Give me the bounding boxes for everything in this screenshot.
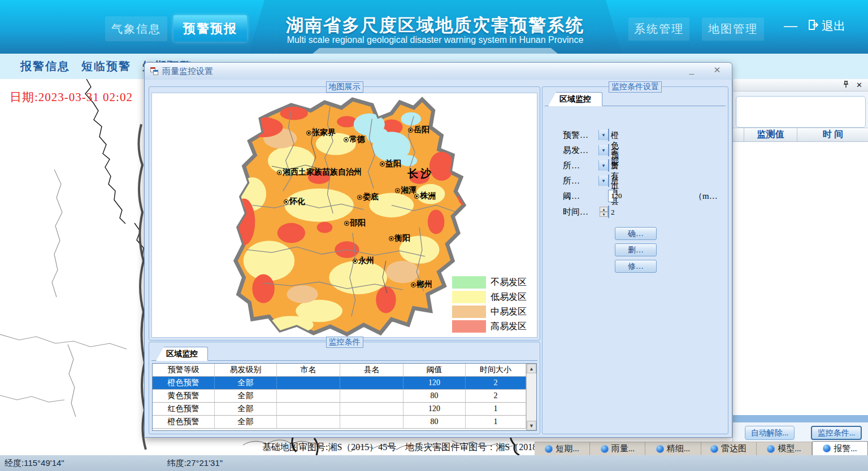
pin-icon[interactable] [843,81,849,89]
column-header: 易发级别 [215,364,277,376]
scroll-down-icon[interactable]: ▼ [527,421,536,430]
table-cell: 80 [403,416,466,428]
chevron-down-icon[interactable]: ▼ [598,145,608,155]
table-row[interactable]: 橙色预警全部801 [153,416,526,429]
monitor-settings-group: 监控条件设置 区域监控 预警… 橙色预警 ▼ 易发… 全部 ▼ [542,86,728,434]
workspace: 日期:2023-03-31 02:02 基础地图审图号:湘S（2015）45号 … [0,79,868,455]
bottom-tab-3[interactable]: 雷达图 [701,442,757,455]
bottom-tab-label: 雷达图 [721,443,747,454]
tab-region-monitor-settings[interactable]: 区域监控 [548,92,602,106]
nav-map-management[interactable]: 地图管理 [702,18,764,41]
city-label: 所… [563,160,580,171]
nav-warning-forecast[interactable]: 预警预报 [173,15,247,42]
legend-row: 高易发区 [452,320,527,333]
spinner-up-icon[interactable]: ▲ [600,207,608,212]
bottom-tab-2[interactable]: 精细... [645,442,701,455]
right-dock-panel: ✕ 监测值 时 间 自动解除... 监控条件... [732,79,868,455]
city-marker-icon [414,194,419,199]
county-select[interactable]: 所有县 ▼ [608,175,609,187]
column-header: 时间大小 [466,364,526,376]
table-cell: 全部 [215,416,277,428]
longitude-readout: 经度:115°49'14" [5,458,64,469]
city-select[interactable]: 所有市 ▼ [608,159,609,172]
threshold-unit-label: （m… [694,191,718,202]
bottom-tab-5[interactable]: 报警... [812,441,868,455]
city-name: 邵阳 [350,218,366,228]
tab-strip-line [151,360,537,361]
table-row[interactable]: 橙色预警全部1202 [153,377,526,390]
table-cell [340,403,403,415]
bottom-tab-4[interactable]: 模型... [757,442,812,455]
table-cell: 1 [466,416,526,428]
rainfall-monitor-dialog: 雨量监控设置 _ ✕ 地图展示 [144,62,732,438]
time-size-label: 时间… [563,207,588,217]
tab-region-monitor[interactable]: 区域监控 [156,347,208,361]
legend-swatch [452,306,486,318]
modify-button[interactable]: 修… [615,260,657,273]
dialog-minimize-button[interactable]: _ [684,65,699,77]
city-marker-icon [389,236,394,241]
susceptibility-select[interactable]: 全部 ▼ [608,144,609,156]
monitor-condition-button[interactable]: 监控条件... [811,426,862,440]
chevron-down-icon[interactable]: ▼ [598,160,608,171]
spinner-down-icon[interactable]: ▼ [600,212,608,217]
map-city-label: 郴州 [411,280,432,290]
dialog-titlebar[interactable]: 雨量监控设置 [145,63,732,80]
city-marker-icon [411,282,416,287]
scroll-up-icon[interactable]: ▲ [527,364,536,373]
legend-label: 不易发区 [491,277,527,289]
table-cell: 全部 [215,390,277,402]
city-name: 湘西土家族苗族自治州 [283,167,362,177]
delete-button[interactable]: 删… [615,243,657,256]
table-scrollbar[interactable]: ▲ ▼ [526,364,536,430]
table-cell [277,390,340,402]
legend-row: 中易发区 [452,306,527,318]
table-cell [340,416,403,428]
nav-weather-info[interactable]: 气象信息 [105,16,167,41]
subnav-item-0[interactable]: 报警信息 [20,59,70,74]
legend-label: 中易发区 [491,306,527,318]
warning-level-label: 预警… [563,130,588,141]
threshold-label: 阈… [563,191,580,202]
settings-group-label: 监控条件设置 [609,81,662,93]
bottom-tab-1[interactable]: 雨量... [590,442,645,455]
dock-close-icon[interactable]: ✕ [856,81,862,89]
dialog-close-button[interactable]: ✕ [710,65,724,77]
chevron-down-icon[interactable]: ▼ [598,176,608,186]
legend-label: 低易发区 [491,291,527,303]
app-header: 湖南省多尺度区域地质灾害预警系统 Multi scale regional ge… [0,0,868,54]
time-size-stepper[interactable]: 2 ▲ ▼ [608,206,609,218]
table-cell [340,390,403,402]
exit-button[interactable]: 退出 [807,17,845,35]
app-subtitle: Multi scale regional geological disaster… [249,35,622,45]
map-city-label: 株洲 [414,191,436,201]
app-title: 湖南省多尺度区域地质灾害预警系统 [249,14,622,37]
monitor-table-body [733,142,868,415]
warning-level-select[interactable]: 橙色预警 ▼ [608,129,609,141]
window-minimize-button[interactable]: — [782,17,799,34]
bottom-tab-label: 模型... [778,443,801,454]
susceptibility-label: 易发… [563,145,588,156]
legend-row: 不易发区 [452,276,527,289]
table-row[interactable]: 红色预警全部1201 [153,403,526,416]
map-city-label: 永州 [353,256,374,266]
table-row[interactable]: 黄色预警全部802 [153,390,526,403]
column-header: 市名 [277,364,340,376]
city-name: 岳阳 [414,125,429,135]
table-header-row: 预警等级易发级别市名县名阈值时间大小 [153,364,526,377]
auto-release-button[interactable]: 自动解除... [745,426,795,440]
table-cell: 红色预警 [153,403,215,415]
chevron-down-icon[interactable]: ▼ [598,130,608,140]
nav-system-management[interactable]: 系统管理 [628,18,689,41]
threshold-input[interactable]: 120 [608,190,614,202]
time-size-value: 2 [611,208,615,217]
city-name: 永州 [358,256,374,266]
subnav-item-1[interactable]: 短临预警 [81,59,131,74]
bottom-tab-0[interactable]: 短期... [535,442,590,455]
map-city-label: 娄底 [357,192,379,202]
hunan-risk-map[interactable]: 张家界常德岳阳益阳长沙湘西土家族苗族自治州怀化娄底湘潭株洲邵阳衡阳永州郴州 不易… [151,93,537,338]
dock-info-box [736,96,866,128]
dock-divider-strip [733,415,868,422]
confirm-button[interactable]: 确… [615,227,657,240]
monitor-condition-group: 监控条件 区域监控 预警等级易发级别市名县名阈值时间大小橙色预警全部1202黄色… [149,342,540,434]
